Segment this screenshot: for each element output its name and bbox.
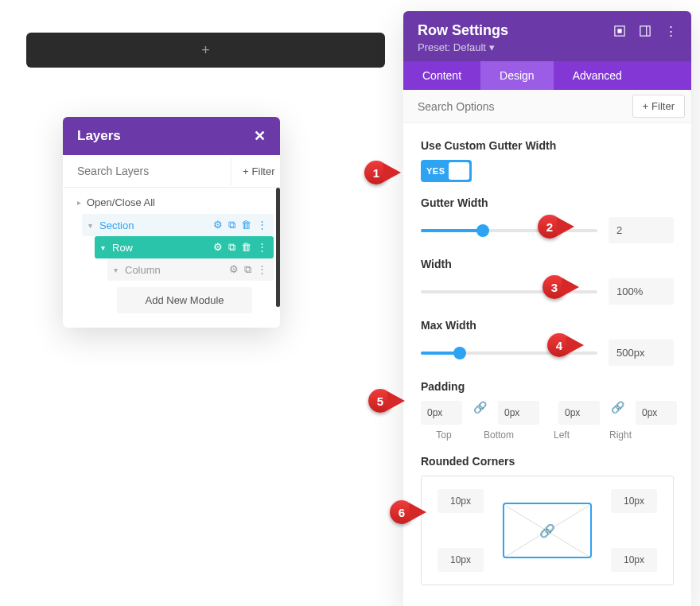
- link-icon[interactable]: 🔗: [539, 523, 555, 538]
- chevron-down-icon[interactable]: ▾: [88, 221, 98, 230]
- layers-body: ▸ Open/Close All ▾ Section ⚙ ⧉ 🗑 ⋮ ▾ Row…: [63, 188, 280, 328]
- plus-icon: +: [243, 165, 249, 177]
- trash-icon[interactable]: 🗑: [241, 241, 251, 254]
- padding-group: 🔗 🔗: [421, 401, 674, 425]
- slider-thumb[interactable]: [476, 224, 489, 237]
- gutter-toggle[interactable]: YES: [421, 160, 472, 182]
- max-width-slider[interactable]: [421, 345, 597, 361]
- layers-title: Layers: [77, 128, 121, 144]
- more-icon[interactable]: ⋮: [257, 263, 267, 276]
- padding-top-input[interactable]: [421, 401, 462, 425]
- chevron-right-icon[interactable]: ▸: [74, 198, 84, 207]
- gear-icon[interactable]: ⚙: [229, 263, 239, 276]
- layer-column-label: Column: [125, 264, 229, 276]
- label-left: Left: [531, 429, 593, 441]
- chevron-down-icon[interactable]: ▾: [114, 266, 123, 274]
- link-icon[interactable]: 🔗: [606, 401, 629, 414]
- duplicate-icon[interactable]: ⧉: [228, 219, 235, 231]
- layers-search-input[interactable]: [63, 155, 231, 187]
- gutter-width-input[interactable]: [609, 217, 674, 243]
- layout-icon[interactable]: [639, 25, 651, 37]
- layers-filter-button[interactable]: + Filter: [231, 157, 280, 185]
- padding-label: Padding: [421, 380, 674, 393]
- width-slider[interactable]: [421, 284, 597, 300]
- filter-label: Filter: [252, 165, 275, 177]
- add-module-button[interactable]: Add New Module: [117, 287, 252, 313]
- toggle-knob: [449, 162, 469, 180]
- chevron-down-icon: ▾: [489, 41, 495, 53]
- more-icon[interactable]: ⋮: [257, 219, 267, 231]
- plus-icon: +: [201, 43, 210, 57]
- panel-search-input[interactable]: [403, 91, 626, 122]
- width-input[interactable]: [609, 278, 674, 305]
- width-label: Width: [421, 258, 674, 270]
- scrollbar[interactable]: [276, 188, 280, 307]
- label-top: Top: [421, 429, 467, 441]
- gutter-width-slider[interactable]: [421, 223, 597, 239]
- panel-body: Use Custom Gutter Width YES Gutter Width…: [403, 123, 691, 606]
- gear-icon[interactable]: ⚙: [213, 241, 223, 254]
- slider-thumb[interactable]: [453, 347, 466, 359]
- panel-search-row: + Filter: [403, 90, 691, 123]
- corner-br-input[interactable]: [611, 548, 657, 572]
- annotation-marker-1: 1: [364, 160, 407, 185]
- gear-icon[interactable]: ⚙: [213, 219, 223, 231]
- corner-bl-input[interactable]: [438, 548, 484, 572]
- trash-icon[interactable]: 🗑: [241, 219, 251, 231]
- padding-side-labels: Top Bottom Left Right: [421, 429, 674, 441]
- panel-header: Row Settings ⋮ Preset: Default ▾: [403, 11, 691, 61]
- rounded-corners-box: 🔗: [421, 476, 674, 585]
- label-bottom: Bottom: [467, 429, 531, 441]
- preset-label: Preset: Default: [418, 41, 486, 53]
- layer-column[interactable]: ▾ Column ⚙ ⧉ ⋮: [107, 258, 274, 281]
- open-close-all[interactable]: ▸ Open/Close All: [69, 191, 274, 214]
- preset-dropdown[interactable]: Preset: Default ▾: [418, 41, 677, 53]
- panel-title: Row Settings: [418, 22, 508, 39]
- layers-panel: Layers ✕ + Filter ▸ Open/Close All ▾ Sec…: [63, 117, 280, 328]
- panel-filter-button[interactable]: + Filter: [632, 95, 685, 118]
- close-icon[interactable]: ✕: [254, 127, 266, 145]
- more-icon[interactable]: ⋮: [257, 241, 267, 254]
- more-icon[interactable]: ⋮: [664, 25, 677, 37]
- corner-link-box[interactable]: 🔗: [503, 503, 592, 558]
- open-close-label: Open/Close All: [87, 196, 269, 208]
- layers-search-row: + Filter: [63, 155, 280, 188]
- label-right: Right: [593, 429, 648, 441]
- toggle-text: YES: [426, 166, 445, 176]
- gutter-width-label: Gutter Width: [421, 196, 674, 209]
- layers-header: Layers ✕: [63, 117, 280, 155]
- padding-right-input[interactable]: [636, 401, 677, 425]
- chevron-down-icon[interactable]: ▾: [101, 243, 111, 252]
- duplicate-icon[interactable]: ⧉: [228, 241, 235, 254]
- gutter-toggle-label: Use Custom Gutter Width: [421, 139, 674, 152]
- svg-rect-1: [617, 29, 621, 33]
- corner-tl-input[interactable]: [438, 489, 484, 513]
- tab-design[interactable]: Design: [480, 61, 554, 90]
- row-settings-panel: Row Settings ⋮ Preset: Default ▾ Content…: [403, 11, 691, 606]
- duplicate-icon[interactable]: ⧉: [244, 263, 251, 276]
- add-section-bar[interactable]: +: [26, 33, 385, 68]
- padding-left-input[interactable]: [558, 401, 600, 425]
- max-width-label: Max Width: [421, 319, 674, 332]
- panel-tabs: Content Design Advanced: [403, 61, 691, 90]
- max-width-input[interactable]: [609, 340, 674, 366]
- layer-section-label: Section: [99, 219, 213, 231]
- tab-advanced[interactable]: Advanced: [554, 61, 641, 90]
- svg-rect-2: [640, 25, 650, 35]
- plus-icon: +: [643, 100, 649, 112]
- link-icon[interactable]: 🔗: [469, 401, 492, 414]
- tab-content[interactable]: Content: [403, 61, 480, 90]
- rounded-corners-label: Rounded Corners: [421, 455, 674, 468]
- focus-icon[interactable]: [613, 25, 626, 37]
- layer-row[interactable]: ▾ Row ⚙ ⧉ 🗑 ⋮: [95, 236, 274, 258]
- layer-row-label: Row: [112, 242, 213, 254]
- layer-section[interactable]: ▾ Section ⚙ ⧉ 🗑 ⋮: [82, 214, 274, 236]
- corner-tr-input[interactable]: [611, 489, 657, 513]
- padding-bottom-input[interactable]: [498, 401, 539, 425]
- filter-label: Filter: [651, 100, 675, 112]
